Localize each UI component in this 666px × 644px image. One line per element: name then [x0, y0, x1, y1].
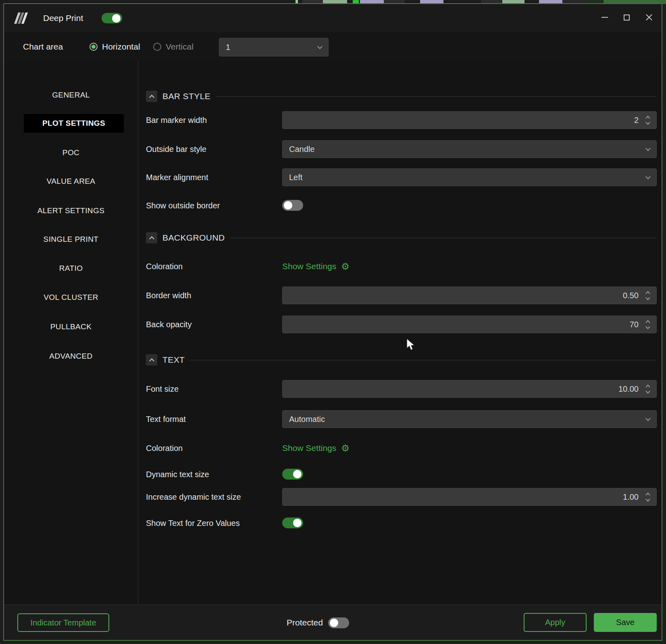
row-outside-bar-style: Outside bar style Candle	[146, 140, 657, 158]
spinner-icon[interactable]	[643, 116, 652, 124]
save-button[interactable]: Save	[594, 613, 657, 632]
border-width-input[interactable]: 0.50	[282, 287, 657, 304]
section-title: TEXT	[162, 355, 185, 365]
maximize-icon	[624, 15, 630, 21]
input-value: 1.00	[623, 492, 639, 502]
sidebar-item-plot-settings[interactable]: PLOT SETTINGS	[24, 114, 124, 133]
sidebar-item-alert-settings[interactable]: ALERT SETTINGS	[4, 204, 138, 218]
show-outside-border-toggle[interactable]	[282, 200, 303, 211]
row-increase-dynamic-text-size: Increase dynamic text size 1.00	[146, 488, 657, 506]
section-title: BACKGROUND	[162, 233, 225, 243]
select-value: Automatic	[289, 415, 325, 424]
gear-icon: ⚙	[341, 444, 350, 453]
input-value: 70	[630, 320, 639, 329]
title-bar: Deep Print	[4, 4, 662, 32]
toggle-knob	[293, 519, 302, 527]
chevron-up-icon	[149, 95, 154, 100]
chevron-down-icon	[645, 120, 650, 125]
row-font-size: Font size 10.00	[146, 380, 657, 398]
sidebar-item-advanced[interactable]: ADVANCED	[4, 349, 138, 364]
row-label: Increase dynamic text size	[146, 492, 241, 502]
minimize-button[interactable]	[597, 9, 613, 25]
section-header-bar-style: BAR STYLE	[146, 90, 657, 102]
row-show-outside-border: Show outside border	[146, 200, 657, 211]
row-marker-alignment: Marker alignment Left	[146, 168, 657, 186]
row-text-format: Text format Automatic	[146, 410, 657, 428]
toggle-knob	[112, 14, 121, 23]
row-label: Dynamic text size	[146, 470, 209, 479]
window-title: Deep Print	[43, 4, 83, 32]
sidebar-item-ratio[interactable]: RATIO	[4, 261, 138, 276]
radio-icon	[89, 43, 98, 51]
marker-alignment-select[interactable]: Left	[282, 168, 657, 186]
spinner-icon[interactable]	[643, 321, 652, 328]
chart-area-select-value: 1	[226, 43, 230, 52]
row-show-text-zero-values: Show Text for Zero Values	[146, 517, 657, 529]
row-label: Show outside border	[146, 201, 220, 210]
background-coloration-settings-link[interactable]: Show Settings ⚙	[282, 261, 350, 272]
chart-area-row: Chart area Horizontal Vertical 1	[4, 32, 662, 61]
screen: Deep Print Chart area Horizontal Vertica…	[0, 0, 666, 644]
select-value: Candle	[289, 145, 314, 154]
bar-marker-width-input[interactable]: 2	[282, 111, 657, 129]
sidebar-item-pullback[interactable]: PULLBACK	[4, 320, 138, 334]
input-value: 2	[634, 116, 639, 125]
text-coloration-settings-link[interactable]: Show Settings ⚙	[282, 442, 350, 454]
outside-bar-style-select[interactable]: Candle	[282, 140, 657, 158]
chevron-down-icon	[645, 389, 650, 393]
section-header-background: BACKGROUND	[146, 232, 657, 244]
toggle-knob	[284, 201, 292, 210]
section-header-text: TEXT	[146, 354, 657, 366]
collapse-button[interactable]	[146, 354, 157, 366]
chevron-down-icon	[645, 324, 650, 329]
protected-group: Protected	[287, 613, 349, 632]
show-text-zero-values-toggle[interactable]	[282, 517, 303, 528]
close-icon	[645, 14, 653, 21]
protected-label: Protected	[287, 618, 323, 627]
protected-toggle[interactable]	[328, 617, 349, 628]
increase-dynamic-text-size-input[interactable]: 1.00	[282, 488, 657, 506]
chart-area-select[interactable]: 1	[219, 38, 329, 56]
maximize-button[interactable]	[618, 9, 635, 25]
collapse-button[interactable]	[146, 232, 157, 243]
minimize-icon	[601, 17, 608, 18]
chevron-up-icon	[149, 358, 154, 364]
show-settings-link: Show Settings	[282, 262, 336, 271]
spinner-icon[interactable]	[643, 493, 652, 501]
spinner-icon[interactable]	[643, 385, 652, 393]
indicator-template-button[interactable]: Indicator Template	[17, 613, 109, 632]
indicator-enabled-toggle[interactable]	[102, 13, 122, 23]
radio-vertical[interactable]: Vertical	[153, 32, 194, 61]
row-label: Back opacity	[146, 320, 191, 329]
spinner-icon[interactable]	[643, 292, 652, 299]
sidebar-item-general[interactable]: GENERAL	[4, 88, 138, 102]
row-dynamic-text-size: Dynamic text size	[146, 469, 657, 480]
select-value: Left	[289, 173, 302, 182]
sidebar-item-single-print[interactable]: SINGLE PRINT	[4, 232, 138, 247]
sidebar-item-value-area[interactable]: VALUE AREA	[4, 174, 138, 189]
radio-horizontal[interactable]: Horizontal	[89, 32, 140, 61]
deep-print-dialog: Deep Print Chart area Horizontal Vertica…	[3, 3, 662, 641]
font-size-input[interactable]: 10.00	[282, 380, 657, 398]
sidebar-item-vol-cluster[interactable]: VOL CLUSTER	[4, 290, 138, 305]
chevron-up-icon	[645, 492, 650, 497]
text-format-select[interactable]: Automatic	[282, 410, 657, 428]
sidebar-divider	[138, 61, 138, 605]
row-label: Coloration	[146, 262, 183, 271]
row-text-coloration: Coloration Show Settings ⚙	[146, 442, 657, 454]
row-label: Outside bar style	[146, 145, 206, 154]
chevron-up-icon	[645, 320, 650, 324]
back-opacity-input[interactable]: 70	[282, 316, 657, 333]
collapse-button[interactable]	[146, 91, 157, 102]
chevron-up-icon	[645, 291, 650, 295]
sidebar-item-poc[interactable]: POC	[4, 145, 138, 160]
chevron-down-icon	[645, 146, 651, 151]
radio-horizontal-label: Horizontal	[102, 42, 140, 52]
dynamic-text-size-toggle[interactable]	[282, 469, 303, 480]
row-background-coloration: Coloration Show Settings ⚙	[146, 261, 657, 272]
input-value: 0.50	[623, 291, 639, 300]
apply-button[interactable]: Apply	[524, 613, 587, 632]
row-border-width: Border width 0.50	[146, 287, 657, 304]
close-button[interactable]	[641, 9, 657, 25]
row-label: Marker alignment	[146, 173, 208, 182]
